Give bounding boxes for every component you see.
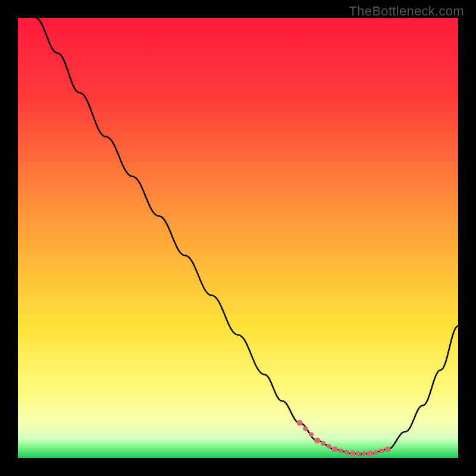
optimal-marker-dot bbox=[339, 449, 343, 453]
optimal-marker-dot bbox=[314, 437, 320, 443]
optimal-marker-dot bbox=[309, 432, 314, 437]
optimal-marker-dot bbox=[349, 451, 355, 457]
bottleneck-curve bbox=[36, 18, 458, 454]
optimal-marker-dot bbox=[297, 420, 303, 426]
optimal-marker-dot bbox=[374, 450, 378, 455]
chart-svg bbox=[18, 18, 458, 458]
optimal-marker-dot bbox=[380, 449, 384, 453]
optimal-marker-dot bbox=[362, 452, 367, 456]
optimal-marker-dot bbox=[327, 444, 331, 449]
optimal-marker-dot bbox=[344, 450, 349, 455]
optimal-marker-dot bbox=[385, 446, 391, 452]
watermark-text: TheBottleneck.com bbox=[349, 4, 464, 19]
optimal-marker-dot bbox=[367, 451, 373, 457]
optimal-marker-dot bbox=[321, 441, 325, 446]
optimal-marker-dot bbox=[303, 427, 308, 431]
optimal-marker-dot bbox=[332, 446, 338, 452]
optimal-marker-dot bbox=[356, 452, 361, 456]
plot-area bbox=[18, 18, 458, 458]
